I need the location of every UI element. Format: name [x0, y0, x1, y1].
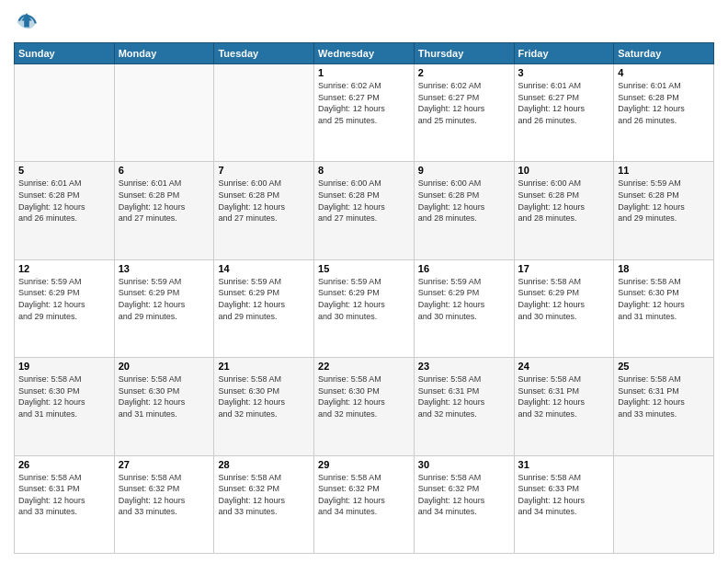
- day-info: Sunrise: 5:58 AM Sunset: 6:30 PM Dayligh…: [618, 276, 710, 322]
- page: SundayMondayTuesdayWednesdayThursdayFrid…: [0, 0, 728, 563]
- calendar-cell: [214, 64, 314, 162]
- calendar-cell: 12Sunrise: 5:59 AM Sunset: 6:29 PM Dayli…: [15, 259, 115, 357]
- day-number: 18: [618, 263, 710, 274]
- weekday-friday: Friday: [514, 43, 614, 64]
- week-row-4: 19Sunrise: 5:58 AM Sunset: 6:30 PM Dayli…: [15, 358, 714, 455]
- day-info: Sunrise: 5:58 AM Sunset: 6:31 PM Dayligh…: [618, 373, 710, 419]
- day-info: Sunrise: 5:58 AM Sunset: 6:33 PM Dayligh…: [518, 472, 610, 518]
- weekday-saturday: Saturday: [614, 43, 714, 64]
- day-info: Sunrise: 6:01 AM Sunset: 6:27 PM Dayligh…: [518, 80, 610, 126]
- day-number: 17: [518, 263, 610, 274]
- calendar-cell: 23Sunrise: 5:58 AM Sunset: 6:31 PM Dayli…: [414, 358, 514, 455]
- calendar-cell: 8Sunrise: 6:00 AM Sunset: 6:28 PM Daylig…: [314, 162, 415, 259]
- day-info: Sunrise: 5:58 AM Sunset: 6:32 PM Dayligh…: [318, 472, 410, 518]
- calendar-cell: 9Sunrise: 6:00 AM Sunset: 6:28 PM Daylig…: [414, 162, 514, 259]
- calendar-cell: 29Sunrise: 5:58 AM Sunset: 6:32 PM Dayli…: [314, 455, 415, 553]
- weekday-wednesday: Wednesday: [314, 43, 415, 64]
- day-number: 13: [119, 263, 210, 274]
- day-info: Sunrise: 5:58 AM Sunset: 6:32 PM Dayligh…: [119, 472, 210, 518]
- calendar-cell: 17Sunrise: 5:58 AM Sunset: 6:29 PM Dayli…: [514, 259, 614, 357]
- calendar-cell: 22Sunrise: 5:58 AM Sunset: 6:30 PM Dayli…: [314, 358, 415, 455]
- day-info: Sunrise: 5:58 AM Sunset: 6:31 PM Dayligh…: [518, 373, 610, 419]
- calendar-cell: 24Sunrise: 5:58 AM Sunset: 6:31 PM Dayli…: [514, 358, 614, 455]
- day-info: Sunrise: 6:01 AM Sunset: 6:28 PM Dayligh…: [618, 80, 710, 126]
- calendar-cell: 3Sunrise: 6:01 AM Sunset: 6:27 PM Daylig…: [514, 64, 614, 162]
- day-number: 29: [318, 459, 410, 470]
- day-info: Sunrise: 6:00 AM Sunset: 6:28 PM Dayligh…: [418, 178, 510, 224]
- calendar-cell: 27Sunrise: 5:58 AM Sunset: 6:32 PM Dayli…: [114, 455, 214, 553]
- calendar-cell: 18Sunrise: 5:58 AM Sunset: 6:30 PM Dayli…: [614, 259, 714, 357]
- calendar-cell: 4Sunrise: 6:01 AM Sunset: 6:28 PM Daylig…: [614, 64, 714, 162]
- week-row-1: 1Sunrise: 6:02 AM Sunset: 6:27 PM Daylig…: [15, 64, 714, 162]
- weekday-sunday: Sunday: [15, 43, 115, 64]
- day-number: 12: [18, 263, 110, 274]
- calendar-cell: 16Sunrise: 5:59 AM Sunset: 6:29 PM Dayli…: [414, 259, 514, 357]
- day-number: 28: [218, 459, 310, 470]
- day-number: 27: [119, 459, 210, 470]
- day-number: 9: [418, 165, 510, 176]
- calendar-cell: 19Sunrise: 5:58 AM Sunset: 6:30 PM Dayli…: [15, 358, 115, 455]
- day-info: Sunrise: 5:59 AM Sunset: 6:29 PM Dayligh…: [418, 276, 510, 322]
- day-info: Sunrise: 6:01 AM Sunset: 6:28 PM Dayligh…: [18, 178, 110, 224]
- day-info: Sunrise: 5:58 AM Sunset: 6:32 PM Dayligh…: [218, 472, 310, 518]
- day-number: 14: [218, 263, 310, 274]
- day-number: 3: [518, 67, 610, 78]
- calendar-cell: 15Sunrise: 5:59 AM Sunset: 6:29 PM Dayli…: [314, 259, 415, 357]
- day-info: Sunrise: 6:02 AM Sunset: 6:27 PM Dayligh…: [318, 80, 410, 126]
- day-info: Sunrise: 5:59 AM Sunset: 6:29 PM Dayligh…: [218, 276, 310, 322]
- day-number: 25: [618, 361, 710, 372]
- day-info: Sunrise: 5:58 AM Sunset: 6:30 PM Dayligh…: [218, 373, 310, 419]
- calendar-cell: 7Sunrise: 6:00 AM Sunset: 6:28 PM Daylig…: [214, 162, 314, 259]
- day-info: Sunrise: 5:58 AM Sunset: 6:30 PM Dayligh…: [318, 373, 410, 419]
- calendar-cell: [114, 64, 214, 162]
- day-number: 15: [318, 263, 410, 274]
- day-info: Sunrise: 5:58 AM Sunset: 6:31 PM Dayligh…: [418, 373, 510, 419]
- day-number: 21: [218, 361, 310, 372]
- day-number: 10: [518, 165, 610, 176]
- day-number: 16: [418, 263, 510, 274]
- header: [14, 9, 714, 35]
- day-number: 8: [318, 165, 410, 176]
- day-info: Sunrise: 6:00 AM Sunset: 6:28 PM Dayligh…: [218, 178, 310, 224]
- day-info: Sunrise: 5:59 AM Sunset: 6:29 PM Dayligh…: [318, 276, 410, 322]
- logo-icon: [14, 9, 40, 35]
- calendar-cell: [614, 455, 714, 553]
- calendar-cell: 21Sunrise: 5:58 AM Sunset: 6:30 PM Dayli…: [214, 358, 314, 455]
- calendar-cell: 28Sunrise: 5:58 AM Sunset: 6:32 PM Dayli…: [214, 455, 314, 553]
- day-number: 4: [618, 67, 710, 78]
- day-info: Sunrise: 5:58 AM Sunset: 6:29 PM Dayligh…: [518, 276, 610, 322]
- day-info: Sunrise: 6:01 AM Sunset: 6:28 PM Dayligh…: [119, 178, 210, 224]
- calendar-cell: 14Sunrise: 5:59 AM Sunset: 6:29 PM Dayli…: [214, 259, 314, 357]
- day-info: Sunrise: 6:02 AM Sunset: 6:27 PM Dayligh…: [418, 80, 510, 126]
- calendar-cell: 5Sunrise: 6:01 AM Sunset: 6:28 PM Daylig…: [15, 162, 115, 259]
- day-number: 22: [318, 361, 410, 372]
- day-number: 19: [18, 361, 110, 372]
- day-number: 24: [518, 361, 610, 372]
- day-number: 20: [119, 361, 210, 372]
- weekday-header-row: SundayMondayTuesdayWednesdayThursdayFrid…: [15, 43, 714, 64]
- day-number: 23: [418, 361, 510, 372]
- calendar-cell: 31Sunrise: 5:58 AM Sunset: 6:33 PM Dayli…: [514, 455, 614, 553]
- weekday-thursday: Thursday: [414, 43, 514, 64]
- day-number: 2: [418, 67, 510, 78]
- day-info: Sunrise: 5:58 AM Sunset: 6:30 PM Dayligh…: [119, 373, 210, 419]
- calendar-cell: 11Sunrise: 5:59 AM Sunset: 6:28 PM Dayli…: [614, 162, 714, 259]
- weekday-monday: Monday: [114, 43, 214, 64]
- calendar-cell: [15, 64, 115, 162]
- day-number: 6: [119, 165, 210, 176]
- weekday-tuesday: Tuesday: [214, 43, 314, 64]
- day-info: Sunrise: 5:58 AM Sunset: 6:32 PM Dayligh…: [418, 472, 510, 518]
- day-info: Sunrise: 5:58 AM Sunset: 6:30 PM Dayligh…: [18, 373, 110, 419]
- week-row-3: 12Sunrise: 5:59 AM Sunset: 6:29 PM Dayli…: [15, 259, 714, 357]
- calendar-cell: 25Sunrise: 5:58 AM Sunset: 6:31 PM Dayli…: [614, 358, 714, 455]
- calendar-cell: 6Sunrise: 6:01 AM Sunset: 6:28 PM Daylig…: [114, 162, 214, 259]
- day-info: Sunrise: 5:58 AM Sunset: 6:31 PM Dayligh…: [18, 472, 110, 518]
- logo: [14, 9, 43, 35]
- day-info: Sunrise: 5:59 AM Sunset: 6:29 PM Dayligh…: [18, 276, 110, 322]
- week-row-5: 26Sunrise: 5:58 AM Sunset: 6:31 PM Dayli…: [15, 455, 714, 553]
- calendar-cell: 13Sunrise: 5:59 AM Sunset: 6:29 PM Dayli…: [114, 259, 214, 357]
- calendar-cell: 30Sunrise: 5:58 AM Sunset: 6:32 PM Dayli…: [414, 455, 514, 553]
- day-number: 26: [18, 459, 110, 470]
- calendar-cell: 1Sunrise: 6:02 AM Sunset: 6:27 PM Daylig…: [314, 64, 415, 162]
- day-info: Sunrise: 6:00 AM Sunset: 6:28 PM Dayligh…: [318, 178, 410, 224]
